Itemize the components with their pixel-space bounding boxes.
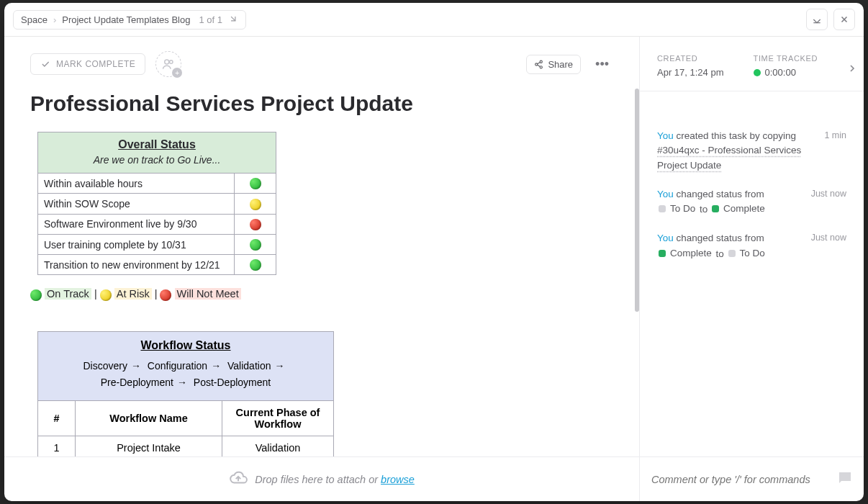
arrow-right-icon: → [211, 360, 221, 372]
legend-dot-red [160, 289, 171, 301]
workflow-cell-num: 1 [38, 436, 76, 456]
status-chip-from: Complete [659, 246, 712, 261]
minimize-button[interactable] [806, 9, 828, 30]
breadcrumb[interactable]: Space › Project Update Templates Blog 1 … [13, 10, 246, 30]
legend-separator: | [155, 288, 161, 300]
sidebar: CREATED Apr 17, 1:24 pm TIME TRACKED 0:0… [639, 37, 864, 456]
status-from-label: To Do [670, 202, 695, 216]
task-title[interactable]: Professional Services Project Update [30, 91, 613, 116]
topbar: Space › Project Update Templates Blog 1 … [4, 3, 864, 37]
activity-item: You changed status from Complete to To D… [657, 231, 846, 261]
activity-you: You [657, 233, 674, 243]
status-chip-from: To Do [659, 202, 695, 216]
share-button[interactable]: Share [526, 55, 581, 74]
overall-status-subheading: Are we on track to Go Live... [45, 154, 268, 166]
status-row: Transition to new environment by 12/21 [38, 255, 276, 275]
workflow-col-phase: Current Phase of Workflow [222, 401, 334, 436]
comment-icon[interactable] [836, 469, 854, 490]
status-indicator-cell [235, 255, 276, 275]
task-toolbar: MARK COMPLETE + Share ••• [4, 37, 639, 89]
svg-point-2 [541, 60, 543, 63]
dropzone-text: Drop files here to attach or browse [255, 474, 415, 485]
arrow-right-icon: → [131, 360, 141, 372]
chevron-right-icon: › [53, 14, 56, 25]
status-to-label: Complete [723, 202, 765, 216]
breadcrumb-root[interactable]: Space [21, 14, 48, 25]
close-button[interactable] [833, 9, 855, 30]
sidebar-meta: CREATED Apr 17, 1:24 pm TIME TRACKED 0:0… [640, 37, 864, 91]
status-dot-green [250, 178, 261, 189]
activity-you: You [657, 189, 674, 199]
activity-you: You [657, 130, 674, 141]
mark-complete-label: MARK COMPLETE [56, 59, 135, 69]
status-dot-green [250, 259, 261, 271]
arrow-right-icon: → [274, 360, 284, 372]
status-row: Within SOW Scope [38, 194, 276, 214]
play-icon[interactable] [754, 69, 761, 76]
status-indicator-cell [235, 194, 276, 214]
attachments-dropzone[interactable]: Drop files here to attach or browse [4, 457, 639, 501]
collapse-sidebar-button[interactable] [846, 63, 858, 77]
status-indicator-cell [235, 214, 276, 234]
content-scroll[interactable]: Professional Services Project Update Ove… [4, 89, 639, 456]
activity-link[interactable]: #30u4qxc - Professional Services Project… [657, 145, 801, 170]
comment-input[interactable] [650, 473, 829, 486]
activity-prefix: changed status from [674, 233, 764, 243]
breadcrumb-count: 1 of 1 [199, 14, 222, 25]
activity-item: You created this task by copying #30u4qx… [657, 129, 846, 173]
status-dot-yellow [250, 199, 261, 210]
workflow-step: Configuration [148, 360, 207, 372]
workflow-step: Discovery [83, 360, 127, 372]
status-to-label: To Do [740, 246, 765, 261]
activity-text: You created this task by copying #30u4qx… [657, 129, 817, 173]
cloud-upload-icon [229, 469, 248, 490]
task-modal: Space › Project Update Templates Blog 1 … [4, 3, 864, 501]
browse-link[interactable]: browse [381, 474, 415, 485]
activity-prefix: changed status from [674, 189, 764, 199]
footer: Drop files here to attach or browse [4, 456, 864, 501]
status-label: Transition to new environment by 12/21 [38, 255, 235, 275]
status-dot-green [250, 239, 261, 251]
legend-at-risk: At Risk [114, 288, 152, 300]
time-tracked-label: TIME TRACKED [754, 54, 850, 63]
topbar-actions [806, 9, 855, 30]
activity-text: You changed status from Complete to To D… [657, 231, 804, 261]
arrow-right-icon: → [177, 377, 187, 388]
status-from-label: Complete [670, 246, 712, 261]
assignees-add[interactable]: + [155, 51, 181, 77]
breadcrumb-page[interactable]: Project Update Templates Blog [62, 14, 190, 25]
svg-point-4 [541, 66, 543, 68]
status-label: Software Environment live by 9/30 [38, 214, 235, 234]
time-tracked-text: 0:00:00 [765, 67, 796, 78]
activity-time: Just now [811, 231, 846, 243]
legend-on-track: On Track [45, 288, 91, 300]
more-menu-button[interactable]: ••• [591, 53, 613, 75]
activity-prefix: created this task by copying [674, 130, 796, 141]
status-chip-to: Complete [712, 202, 765, 216]
legend-dot-yellow [100, 289, 112, 301]
workflow-steps: Discovery→ Configuration→ Validation→ Pr… [45, 358, 326, 392]
mark-complete-button[interactable]: MARK COMPLETE [30, 53, 145, 75]
activity-to-word: to [716, 248, 724, 259]
time-tracked-value[interactable]: 0:00:00 [754, 67, 850, 78]
status-square-icon [659, 205, 666, 212]
workflow-status-table: Workflow Status Discovery→ Configuration… [37, 331, 334, 456]
activity-time: Just now [811, 187, 846, 199]
workflow-row: 1 Project Intake Validation [38, 436, 334, 456]
modal-body: MARK COMPLETE + Share ••• Professional S… [4, 37, 864, 456]
comment-box [639, 457, 864, 501]
status-square-icon [659, 250, 666, 257]
overall-status-heading: Overall Status [45, 138, 268, 151]
dropzone-prefix: Drop files here to attach or [255, 474, 381, 485]
expand-icon[interactable] [228, 14, 238, 26]
status-legend: On Track | At Risk | Will Not Meet [30, 288, 613, 300]
workflow-header: Workflow Status Discovery→ Configuration… [38, 331, 334, 401]
activity-time: 1 min [824, 129, 846, 140]
workflow-step: Validation [227, 360, 271, 372]
status-label: Within SOW Scope [38, 194, 235, 214]
overall-status-header: Overall Status Are we on track to Go Liv… [38, 132, 276, 174]
workflow-columns-row: # Workflow Name Current Phase of Workflo… [38, 401, 334, 436]
time-tracked-block: TIME TRACKED 0:00:00 [754, 54, 850, 78]
status-indicator-cell [235, 234, 276, 254]
activity-to-word: to [700, 204, 707, 215]
